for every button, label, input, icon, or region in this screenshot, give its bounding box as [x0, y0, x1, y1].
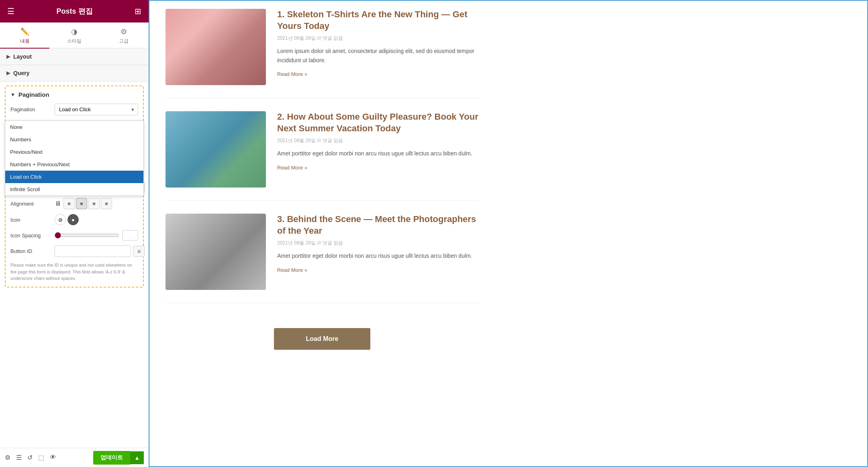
align-justify-btn[interactable]: ≡	[101, 198, 112, 209]
post-image-1	[165, 9, 266, 85]
bottom-bar: ⚙ ☰ ↺ ⬚ 👁 업데이트 ▲	[0, 448, 149, 467]
post-item-1: 1. Skeleton T-Shirts Are the New Thing —…	[165, 9, 479, 98]
icon-toggle: ⊘ ●	[55, 214, 79, 225]
post-image-3	[165, 214, 266, 290]
sidebar-header: ☰ Posts 편집 ⊞	[0, 0, 149, 22]
tab-style-label: 스타일	[67, 38, 82, 45]
icon-spacing-value[interactable]	[122, 230, 138, 241]
post-title-1: 1. Skeleton T-Shirts Are the New Thing —…	[277, 9, 479, 32]
post-image-2	[165, 111, 266, 188]
read-more-3[interactable]: Read More »	[277, 267, 307, 273]
post-body-1: 1. Skeleton T-Shirts Are the New Thing —…	[277, 9, 479, 85]
align-right-btn[interactable]: ≡	[88, 198, 100, 209]
layout-chevron: ▶	[6, 54, 10, 59]
icon-circle-btn[interactable]: ●	[67, 214, 79, 225]
pagination-field-label: Pagination	[10, 106, 55, 112]
load-more-section: Load More	[165, 316, 479, 366]
preview-bottom-icon[interactable]: 👁	[50, 454, 56, 461]
button-id-control: ≡	[55, 245, 145, 257]
icon-label: Icon	[10, 217, 55, 223]
post-title-3: 3. Behind the Scene — Meet the Photograp…	[277, 214, 479, 237]
read-more-2[interactable]: Read More »	[277, 165, 307, 171]
query-chevron: ▶	[6, 70, 10, 76]
sidebar: ☰ Posts 편집 ⊞ ✏️ 내용 ◑ 스타일 ⚙ 고급 ▶ Layout ▶…	[0, 0, 149, 467]
post-body-3: 3. Behind the Scene — Meet the Photograp…	[277, 214, 479, 290]
alignment-group: ≡ ≡ ≡ ≡	[63, 198, 112, 209]
pagination-section: ▼ Pagination Pagination None Numbers Pre…	[5, 86, 144, 288]
post-item-3: 3. Behind the Scene — Meet the Photograp…	[165, 214, 479, 303]
icon-control: ⊘ ●	[55, 214, 138, 225]
dropdown-option-prevnext[interactable]: Previous/Next	[5, 146, 143, 158]
icon-spacing-slider-row	[55, 230, 138, 241]
dropdown-option-loadonclick[interactable]: Load on Click	[5, 171, 143, 183]
device-icon: 🖥	[55, 200, 61, 207]
post-excerpt-1: Lorem ipsum dolor sit amet, consectetur …	[277, 47, 479, 65]
help-text: Please make sure the ID is unique and no…	[10, 262, 138, 282]
update-button[interactable]: 업데이트	[93, 451, 130, 465]
grid-icon[interactable]: ⊞	[135, 6, 141, 16]
align-left-btn[interactable]: ≡	[63, 198, 75, 209]
pagination-select[interactable]: None Numbers Previous/Next Numbers + Pre…	[55, 104, 138, 115]
button-id-row: Button ID ≡	[10, 245, 138, 257]
post-item-2: 2. How About Some Guilty Pleasure? Book …	[165, 111, 479, 201]
icon-spacing-control	[55, 230, 138, 241]
layers-bottom-icon[interactable]: ☰	[16, 454, 22, 461]
history-bottom-icon[interactable]: ↺	[27, 454, 33, 461]
gear-icon: ⚙	[120, 27, 127, 36]
button-id-input[interactable]	[55, 245, 131, 257]
layout-section-header[interactable]: ▶ Layout	[0, 49, 149, 65]
pagination-chevron: ▼	[10, 92, 15, 98]
button-id-label: Button ID	[10, 248, 55, 254]
icon-spacing-row: Icon Spacing	[10, 230, 138, 241]
pagination-select-wrapper: None Numbers Previous/Next Numbers + Pre…	[55, 104, 138, 115]
settings-bottom-icon[interactable]: ⚙	[5, 454, 10, 461]
post-excerpt-3: Amet porttitor eget dolor morbi non arcu…	[277, 251, 479, 260]
icon-none-btn[interactable]: ⊘	[55, 214, 66, 225]
tab-advanced-label: 고급	[119, 38, 129, 45]
sidebar-title: Posts 편집	[56, 6, 92, 16]
pagination-label: Pagination	[18, 91, 49, 98]
layout-label: Layout	[13, 53, 32, 60]
load-more-button[interactable]: Load More	[274, 328, 371, 350]
icon-spacing-label: Icon Spacing	[10, 232, 55, 239]
post-body-2: 2. How About Some Guilty Pleasure? Book …	[277, 111, 479, 188]
tab-style[interactable]: ◑ 스타일	[49, 22, 99, 49]
content-wrapper: 1. Skeleton T-Shirts Are the New Thing —…	[149, 0, 868, 467]
post-meta-2: 2021년 08월 26일 /// 댓글 없음	[277, 137, 479, 144]
dropdown-option-infinitescroll[interactable]: Infinite Scroll	[5, 183, 143, 196]
alignment-row: Alignment 🖥 ≡ ≡ ≡ ≡	[10, 198, 138, 209]
post-excerpt-2: Amet porttitor eget dolor morbi non arcu…	[277, 149, 479, 158]
main-content: 1. Skeleton T-Shirts Are the New Thing —…	[149, 0, 868, 467]
query-section-header[interactable]: ▶ Query	[0, 65, 149, 82]
post-title-2: 2. How About Some Guilty Pleasure? Book …	[277, 111, 479, 134]
sidebar-content: ▶ Layout ▶ Query ▼ Pagination Pagination…	[0, 49, 149, 467]
alignment-label: Alignment	[10, 201, 55, 207]
sidebar-tabs: ✏️ 내용 ◑ 스타일 ⚙ 고급	[0, 22, 149, 49]
tab-content-label: 내용	[20, 38, 30, 45]
style-icon: ◑	[71, 27, 78, 36]
pagination-header[interactable]: ▼ Pagination	[10, 91, 138, 98]
hamburger-icon[interactable]: ☰	[7, 6, 14, 16]
post-meta-1: 2021년 08월 26일 /// 댓글 없음	[277, 35, 479, 42]
read-more-1[interactable]: Read More »	[277, 71, 307, 77]
dropdown-option-none[interactable]: None	[5, 121, 143, 133]
pagination-dropdown: None Numbers Previous/Next Numbers + Pre…	[5, 120, 144, 196]
tab-content[interactable]: ✏️ 내용	[0, 22, 49, 49]
pagination-field-row: Pagination None Numbers Previous/Next Nu…	[10, 104, 138, 115]
query-label: Query	[13, 70, 29, 76]
bottom-icons: ⚙ ☰ ↺ ⬚ 👁	[5, 454, 56, 461]
tab-advanced[interactable]: ⚙ 고급	[99, 22, 149, 49]
update-arrow-button[interactable]: ▲	[130, 451, 144, 464]
update-button-group: 업데이트 ▲	[93, 451, 144, 465]
post-meta-3: 2021년 08월 26일 /// 댓글 없음	[277, 240, 479, 247]
posts-container: 1. Skeleton T-Shirts Are the New Thing —…	[149, 1, 495, 374]
button-id-options-icon[interactable]: ≡	[133, 246, 145, 257]
responsive-bottom-icon[interactable]: ⬚	[38, 454, 44, 461]
dropdown-option-numbersprevnext[interactable]: Numbers + Previous/Next	[5, 158, 143, 171]
pagination-field-control: None Numbers Previous/Next Numbers + Pre…	[55, 104, 138, 115]
edit-icon: ✏️	[20, 27, 29, 36]
align-center-btn[interactable]: ≡	[76, 198, 87, 209]
icon-spacing-slider[interactable]	[55, 232, 119, 239]
dropdown-option-numbers[interactable]: Numbers	[5, 133, 143, 146]
icon-row: Icon ⊘ ●	[10, 214, 138, 225]
